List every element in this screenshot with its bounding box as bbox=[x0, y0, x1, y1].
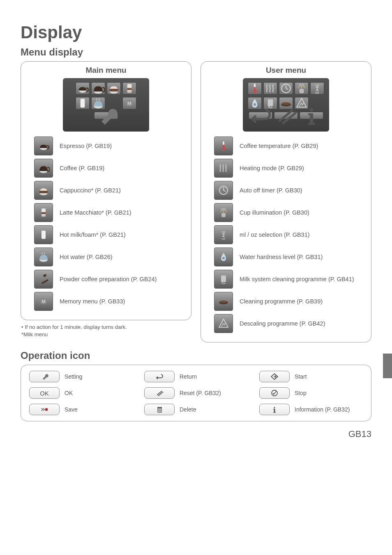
screen-cell-thermo bbox=[248, 82, 262, 95]
main-menu-title: Main menu bbox=[26, 66, 186, 75]
screen-cell-latte bbox=[122, 82, 136, 95]
reset-icon bbox=[144, 387, 175, 399]
user-menu-title: User menu bbox=[206, 66, 366, 75]
op-label: Delete bbox=[180, 406, 196, 413]
op-start: Start bbox=[259, 371, 363, 382]
main-item-milk: Hot milk/foam* (P. GB21) bbox=[34, 225, 186, 244]
heating-icon bbox=[214, 159, 233, 178]
user-item-heat: Heating mode (P. GB29) bbox=[214, 159, 366, 178]
op-label: Setting bbox=[65, 373, 83, 380]
op-label: Start bbox=[295, 373, 307, 380]
main-item-powder: Powder coffee preparation (P. GB24) bbox=[34, 270, 186, 289]
op-reset: Reset (P. GB32) bbox=[144, 387, 248, 399]
main-menu-screen bbox=[63, 78, 149, 132]
item-label: Heating mode (P. GB29) bbox=[240, 165, 304, 171]
thermometer-icon bbox=[214, 136, 233, 155]
op-save: Save bbox=[29, 404, 133, 415]
user-item-clean: Cleaning programme (P. GB39) bbox=[214, 292, 366, 311]
latte-icon bbox=[34, 203, 53, 222]
memory-icon bbox=[34, 292, 53, 311]
main-menu-panel: Main menu bbox=[21, 61, 191, 320]
user-item-clock: Auto off timer (P. GB30) bbox=[214, 181, 366, 200]
ok-icon: OK bbox=[29, 387, 60, 399]
screen-cell-memory bbox=[122, 97, 136, 109]
delete-icon bbox=[144, 404, 175, 415]
page-number: GB13 bbox=[21, 429, 371, 439]
main-item-espresso: Espresso (P. GB19) bbox=[34, 136, 186, 155]
op-delete: Delete bbox=[144, 404, 248, 415]
screen-cell-clock bbox=[279, 82, 293, 95]
page-title: Display bbox=[21, 23, 371, 42]
screen-cell-espresso bbox=[76, 82, 90, 95]
main-menu-notes: • If no action for 1 minute, display tur… bbox=[21, 324, 191, 338]
section-tab bbox=[383, 354, 392, 378]
user-item-thermo: Coffee temperature (P. GB29) bbox=[214, 136, 366, 155]
user-item-hardness: Water hardness level (P. GB31) bbox=[214, 247, 366, 266]
item-label: Auto off timer (P. GB30) bbox=[240, 187, 302, 194]
hotwater-icon bbox=[34, 247, 53, 266]
main-item-coffee: Coffee (P. GB19) bbox=[34, 159, 186, 178]
item-label: ml / oz selection (P. GB31) bbox=[240, 231, 310, 238]
op-label: OK bbox=[65, 390, 73, 396]
note-line: • If no action for 1 minute, display tur… bbox=[21, 324, 191, 331]
op-stop: Stop bbox=[259, 387, 363, 399]
op-setting: Setting bbox=[29, 371, 133, 382]
op-return: Return bbox=[144, 371, 248, 382]
main-item-cappuccino: Cappuccino* (P. GB21) bbox=[34, 181, 186, 200]
stop-icon bbox=[259, 387, 290, 399]
ml-oz-icon bbox=[214, 225, 233, 244]
item-label: Cappuccino* (P. GB21) bbox=[60, 187, 121, 194]
start-icon bbox=[259, 371, 290, 382]
section-heading-menu: Menu display bbox=[21, 46, 371, 58]
descaling-icon bbox=[214, 314, 233, 333]
main-item-hotwater: Hot water (P. GB26) bbox=[34, 247, 186, 266]
user-menu-panel: User menu bbox=[201, 61, 371, 342]
user-item-mloz: ml / oz selection (P. GB31) bbox=[214, 225, 366, 244]
item-label: Espresso (P. GB19) bbox=[60, 143, 112, 149]
item-label: Coffee (P. GB19) bbox=[60, 165, 104, 171]
powder-icon bbox=[34, 270, 53, 289]
user-menu-screen bbox=[243, 78, 329, 132]
screen-cell-illum bbox=[295, 82, 309, 95]
screen-softkey-reset bbox=[274, 112, 298, 119]
cappuccino-icon bbox=[34, 181, 53, 200]
milk-clean-icon bbox=[214, 270, 233, 289]
screen-softkey-return bbox=[249, 112, 272, 119]
item-label: Hot milk/foam* (P. GB21) bbox=[60, 231, 126, 238]
item-label: Coffee temperature (P. GB29) bbox=[240, 143, 318, 149]
item-label: Cup illumination (P. GB30) bbox=[240, 209, 309, 216]
item-label: Descaling programme (P. GB42) bbox=[240, 320, 325, 327]
item-label: Powder coffee preparation (P. GB24) bbox=[60, 276, 157, 282]
coffee-icon bbox=[34, 159, 53, 178]
operation-icon-panel: Setting Return Start OKOK Reset (P. GB32… bbox=[21, 365, 371, 421]
op-label: Stop bbox=[295, 390, 307, 396]
op-label: Reset (P. GB32) bbox=[180, 390, 221, 396]
op-ok: OKOK bbox=[29, 387, 133, 399]
item-label: Cleaning programme (P. GB39) bbox=[240, 298, 323, 305]
section-heading-operation: Operation icon bbox=[21, 350, 371, 361]
item-label: Hot water (P. GB26) bbox=[60, 254, 113, 260]
screen-cell-coffee bbox=[91, 82, 105, 95]
cleaning-icon bbox=[214, 292, 233, 311]
water-hardness-icon bbox=[214, 247, 233, 266]
illumination-icon bbox=[214, 203, 233, 222]
info-icon bbox=[259, 404, 290, 415]
user-menu-item-list: Coffee temperature (P. GB29) Heating mod… bbox=[206, 136, 366, 333]
op-label: Save bbox=[65, 406, 78, 413]
save-icon bbox=[29, 404, 60, 415]
screen-cell-mloz bbox=[310, 82, 324, 95]
user-item-milkclean: Milk system cleaning programme (P. GB41) bbox=[214, 270, 366, 289]
op-info: Information (P. GB32) bbox=[259, 404, 363, 415]
screen-cell-milk bbox=[76, 97, 90, 109]
screen-softkey-info bbox=[300, 112, 323, 119]
item-label: Milk system cleaning programme (P. GB41) bbox=[240, 276, 354, 282]
op-label: Return bbox=[180, 373, 197, 380]
screen-cell-cappuccino bbox=[107, 82, 121, 95]
return-icon bbox=[144, 371, 175, 382]
user-item-illum: Cup illumination (P. GB30) bbox=[214, 203, 366, 222]
item-label: Memory menu (P. GB33) bbox=[60, 298, 125, 305]
item-label: Latte Macchiato* (P. GB21) bbox=[60, 209, 131, 216]
screen-cell-heat bbox=[263, 82, 277, 95]
main-menu-item-list: Espresso (P. GB19) Coffee (P. GB19) Capp… bbox=[26, 136, 186, 311]
wrench-icon bbox=[29, 371, 60, 382]
